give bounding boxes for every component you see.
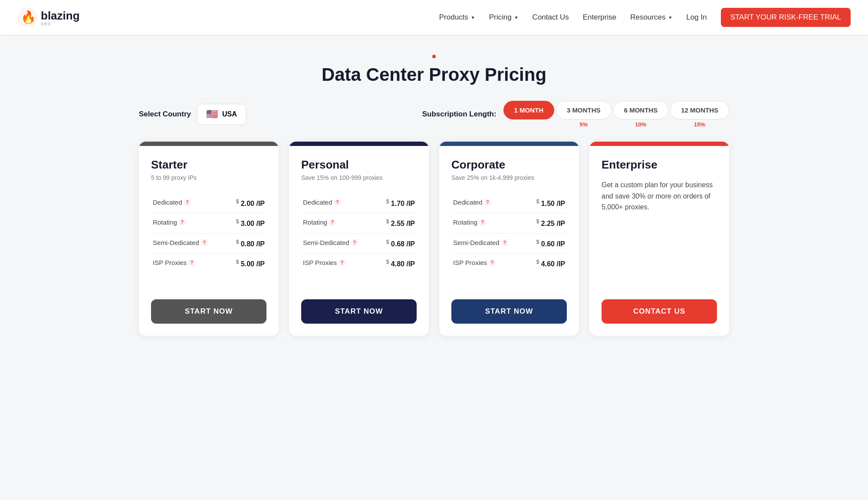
svg-text:🔥: 🔥	[21, 10, 36, 24]
card-corporate-table: Dedicated ? $ 1.50 /IP Rotating ? $ 2.25…	[451, 193, 567, 273]
sub-btn-3months[interactable]: 3 MONTHS	[556, 101, 612, 119]
card-enterprise: Enterprise Get a custom plan for your bu…	[589, 142, 729, 336]
table-row: Dedicated ? $ 2.00 /IP	[151, 193, 266, 213]
filters-row: Select Country 🇺🇸 USA Subscription Lengt…	[139, 101, 729, 128]
table-row: ISP Proxies ? $ 4.60 /IP	[451, 253, 567, 273]
card-corporate-bar	[439, 142, 579, 146]
nav-login[interactable]: Log In	[686, 13, 707, 22]
subscription-label: Subscription Length:	[422, 110, 496, 119]
card-starter-title: Starter	[151, 158, 266, 172]
table-row: Rotating ? $ 2.55 /IP	[301, 213, 417, 233]
country-selector-button[interactable]: 🇺🇸 USA	[197, 104, 246, 125]
table-row: ISP Proxies ? $ 4.80 /IP	[301, 253, 417, 273]
pricing-cards: Starter 5 to 99 proxy IPs Dedicated ? $ …	[139, 142, 729, 336]
card-personal: Personal Save 15% on 100-999 proxies Ded…	[289, 142, 429, 336]
help-semi[interactable]: ?	[501, 239, 508, 246]
card-enterprise-desc: Get a custom plan for your business and …	[602, 174, 717, 284]
card-corporate-title: Corporate	[451, 158, 567, 172]
logo-icon: 🔥	[17, 7, 37, 27]
price-rotating: $ 2.55 /IP	[375, 213, 417, 233]
nav-enterprise[interactable]: Enterprise	[583, 13, 616, 22]
table-row: Rotating ? $ 3.00 /IP	[151, 213, 266, 233]
card-enterprise-title: Enterprise	[602, 158, 717, 172]
price-rotating: $ 2.25 /IP	[526, 213, 567, 233]
price-isp: $ 4.60 /IP	[526, 253, 567, 273]
nav-contact[interactable]: Contact Us	[533, 13, 569, 22]
help-dedicated[interactable]: ?	[184, 199, 191, 206]
nav-links: Products ▼ Pricing ▼ Contact Us Enterpri…	[439, 8, 851, 27]
price-dedicated: $ 1.70 /IP	[375, 193, 417, 213]
help-isp[interactable]: ?	[339, 259, 345, 266]
card-corporate-subtitle: Save 25% on 1k-4,999 proxies	[451, 174, 567, 181]
price-dedicated: $ 2.00 /IP	[225, 193, 266, 213]
sub-btn-6months[interactable]: 6 MONTHS	[613, 101, 669, 119]
help-isp[interactable]: ?	[188, 259, 195, 266]
country-flag: 🇺🇸	[206, 109, 218, 120]
label-dedicated: Dedicated ?	[301, 193, 375, 211]
card-starter-table: Dedicated ? $ 2.00 /IP Rotating ? $ 3.00…	[151, 193, 266, 273]
table-row: Semi-Dedicated ? $ 0.80 /IP	[151, 233, 266, 253]
discount-12months: 15%	[694, 121, 705, 128]
card-starter: Starter 5 to 99 proxy IPs Dedicated ? $ …	[139, 142, 279, 336]
card-personal-table: Dedicated ? $ 1.70 /IP Rotating ? $ 2.55…	[301, 193, 417, 273]
nav-pricing[interactable]: Pricing ▼	[489, 13, 519, 22]
starter-cta-button[interactable]: START NOW	[151, 299, 266, 324]
price-semi: $ 0.68 /IP	[375, 233, 417, 253]
label-dedicated: Dedicated ?	[151, 193, 225, 211]
nav-cta-button[interactable]: START YOUR RISK-FREE TRIAL	[721, 8, 851, 27]
sub-option-1month: 1 MONTH	[503, 101, 555, 128]
card-personal-bar	[289, 142, 429, 146]
help-rotating[interactable]: ?	[329, 219, 336, 226]
help-semi[interactable]: ?	[201, 239, 208, 246]
enterprise-cta-button[interactable]: CONTACT US	[602, 299, 717, 324]
dot-indicator	[139, 52, 729, 60]
subscription-selector: Subscription Length: 1 MONTH 3 MONTHS 5%…	[422, 101, 729, 128]
help-rotating[interactable]: ?	[479, 219, 486, 226]
nav-products[interactable]: Products ▼	[439, 13, 475, 22]
label-semi: Semi-Dedicated ?	[301, 234, 375, 252]
help-dedicated[interactable]: ?	[334, 199, 341, 206]
card-starter-footer: START NOW	[139, 292, 279, 336]
card-starter-body: Starter 5 to 99 proxy IPs Dedicated ? $ …	[139, 146, 279, 292]
country-label: Select Country	[139, 110, 191, 119]
sub-btn-1month[interactable]: 1 MONTH	[503, 101, 555, 119]
table-row: Semi-Dedicated ? $ 0.60 /IP	[451, 233, 567, 253]
country-value: USA	[222, 110, 237, 118]
price-isp: $ 4.80 /IP	[375, 253, 417, 273]
price-semi: $ 0.80 /IP	[225, 233, 266, 253]
price-dedicated: $ 1.50 /IP	[526, 193, 567, 213]
card-personal-footer: START NOW	[289, 292, 429, 336]
card-enterprise-footer: CONTACT US	[589, 292, 729, 336]
label-rotating: Rotating ?	[301, 213, 375, 231]
dot	[432, 55, 436, 58]
table-row: Dedicated ? $ 1.50 /IP	[451, 193, 567, 213]
label-rotating: Rotating ?	[451, 213, 526, 231]
card-corporate: Corporate Save 25% on 1k-4,999 proxies D…	[439, 142, 579, 336]
help-rotating[interactable]: ?	[179, 219, 186, 226]
label-semi: Semi-Dedicated ?	[451, 234, 526, 252]
subscription-options: 1 MONTH 3 MONTHS 5% 6 MONTHS 10% 12 MONT…	[503, 101, 729, 128]
card-enterprise-body: Enterprise Get a custom plan for your bu…	[589, 146, 729, 292]
card-enterprise-bar	[589, 142, 729, 146]
table-row: ISP Proxies ? $ 5.00 /IP	[151, 253, 266, 273]
logo-brand-text: blazing	[41, 9, 80, 22]
label-dedicated: Dedicated ?	[451, 193, 526, 211]
card-personal-title: Personal	[301, 158, 417, 172]
table-row: Semi-Dedicated ? $ 0.68 /IP	[301, 233, 417, 253]
card-corporate-footer: START NOW	[439, 292, 579, 336]
sub-btn-12months[interactable]: 12 MONTHS	[670, 101, 729, 119]
help-isp[interactable]: ?	[489, 259, 496, 266]
personal-cta-button[interactable]: START NOW	[301, 299, 417, 324]
card-starter-bar	[139, 142, 279, 146]
sub-option-12months: 12 MONTHS 15%	[670, 101, 729, 128]
logo[interactable]: 🔥 blazing seo	[17, 7, 80, 27]
corporate-cta-button[interactable]: START NOW	[451, 299, 567, 324]
help-dedicated[interactable]: ?	[484, 199, 491, 206]
price-isp: $ 5.00 /IP	[225, 253, 266, 273]
help-semi[interactable]: ?	[351, 239, 358, 246]
card-personal-subtitle: Save 15% on 100-999 proxies	[301, 174, 417, 181]
label-rotating: Rotating ?	[151, 213, 225, 231]
card-personal-body: Personal Save 15% on 100-999 proxies Ded…	[289, 146, 429, 292]
discount-6months: 10%	[635, 121, 646, 128]
nav-resources[interactable]: Resources ▼	[630, 13, 672, 22]
